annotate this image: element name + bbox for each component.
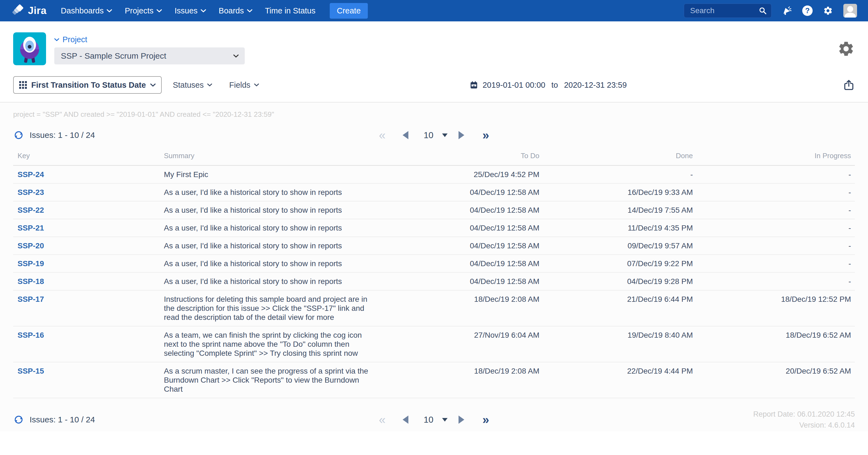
project-avatar: [13, 32, 46, 65]
report-content: project = "SSP" AND created >= "2019-01-…: [0, 102, 868, 431]
issue-key-cell: SSP-16: [13, 331, 164, 358]
issue-key-cell: SSP-18: [13, 277, 164, 286]
done-date: 04/Dec/19 9:28 PM: [539, 277, 693, 286]
issue-summary: As a user, I'd like a historical story t…: [164, 277, 383, 286]
grid-icon: [19, 81, 27, 89]
issue-key-link[interactable]: SSP-18: [18, 277, 44, 285]
table-row: SSP-15As a scrum master, I can see the p…: [13, 362, 855, 398]
inprogress-date: 18/Dec/19 12:52 PM: [693, 295, 855, 322]
jql-query-text: project = "SSP" AND created >= "2019-01-…: [0, 102, 868, 119]
user-avatar[interactable]: [843, 4, 857, 18]
issue-key-link[interactable]: SSP-19: [18, 259, 44, 268]
issue-key-cell: SSP-23: [13, 188, 164, 197]
issue-key-link[interactable]: SSP-15: [18, 367, 44, 375]
report-type-dropdown[interactable]: First Transition To Status Date: [13, 76, 162, 94]
page-size-value[interactable]: 10: [424, 130, 434, 140]
todo-date: 04/Dec/19 12:58 AM: [383, 241, 539, 250]
column-header-todo[interactable]: To Do: [383, 152, 539, 160]
create-button[interactable]: Create: [330, 3, 368, 19]
jira-logo[interactable]: Jira: [12, 4, 46, 17]
issue-key-link[interactable]: SSP-21: [18, 224, 44, 232]
pagination-next-button[interactable]: [459, 416, 464, 424]
date-from: 2019-01-01 00:00: [483, 81, 546, 90]
column-header-inprogress[interactable]: In Progress: [693, 152, 855, 160]
nav-item-projects[interactable]: Projects: [125, 6, 162, 16]
settings-gear-icon[interactable]: [823, 6, 833, 16]
issue-key-link[interactable]: SSP-17: [18, 295, 44, 303]
todo-date: 18/Dec/19 2:08 AM: [383, 295, 539, 322]
issue-key-cell: SSP-21: [13, 223, 164, 233]
list-bar-bottom: Issues: 1 - 10 / 24 « 10 » Report Date: …: [0, 409, 868, 431]
column-header-key[interactable]: Key: [13, 152, 164, 160]
issue-key-cell: SSP-15: [13, 366, 164, 394]
table-row: SSP-17Instructions for deleting this sam…: [13, 291, 855, 327]
done-date: 14/Dec/19 7:55 AM: [539, 206, 693, 215]
project-select-value: SSP - Sample Scrum Project: [61, 51, 166, 61]
issue-summary: Instructions for deleting this sample bo…: [164, 295, 383, 322]
chevron-down-icon: [247, 9, 252, 12]
done-date: 19/Dec/19 8:40 AM: [539, 331, 693, 358]
table-row: SSP-24My First Epic25/Dec/19 4:52 PM--: [13, 166, 855, 184]
nav-item-time-in-status[interactable]: Time in Status: [265, 6, 315, 16]
project-section-toggle[interactable]: Project: [54, 35, 245, 44]
inprogress-date: -: [693, 259, 855, 268]
issues-counter: Issues: 1 - 10 / 24: [30, 415, 95, 424]
chevron-down-icon: [54, 38, 59, 41]
project-select[interactable]: SSP - Sample Scrum Project: [54, 48, 245, 64]
issue-key-cell: SSP-20: [13, 241, 164, 250]
issue-key-link[interactable]: SSP-24: [18, 170, 44, 179]
chevron-down-icon: [200, 9, 206, 12]
search-box[interactable]: [684, 4, 772, 18]
nav-item-boards[interactable]: Boards: [219, 6, 252, 16]
pagination-last-button[interactable]: »: [483, 414, 489, 426]
refresh-icon[interactable]: [13, 130, 24, 141]
statuses-dropdown[interactable]: Statuses: [173, 81, 212, 90]
pagination-last-button[interactable]: »: [483, 129, 489, 141]
inprogress-date: -: [693, 277, 855, 286]
todo-date: 25/Dec/19 4:52 PM: [383, 170, 539, 179]
inprogress-date: -: [693, 223, 855, 233]
issue-summary: My First Epic: [164, 170, 383, 179]
pagination-next-button[interactable]: [459, 131, 464, 139]
issue-key-cell: SSP-17: [13, 295, 164, 322]
todo-date: 04/Dec/19 12:58 AM: [383, 206, 539, 215]
report-settings-gear-icon[interactable]: [837, 40, 855, 58]
refresh-icon[interactable]: [13, 414, 24, 425]
export-icon[interactable]: [843, 79, 855, 91]
page-size-dropdown-icon[interactable]: [442, 133, 447, 137]
issue-key-cell: SSP-22: [13, 206, 164, 215]
issue-key-link[interactable]: SSP-20: [18, 241, 44, 250]
date-to: 2020-12-31 23:59: [564, 81, 627, 90]
issue-key-link[interactable]: SSP-22: [18, 206, 44, 214]
brand-name: Jira: [28, 5, 46, 17]
page-size-value[interactable]: 10: [424, 415, 434, 425]
issue-key-link[interactable]: SSP-16: [18, 331, 44, 339]
todo-date: 04/Dec/19 12:58 AM: [383, 277, 539, 286]
done-date: 11/Dec/19 4:35 PM: [539, 223, 693, 233]
pagination-first-button[interactable]: «: [379, 129, 385, 141]
issue-summary: As a user, I'd like a historical story t…: [164, 259, 383, 268]
table-row: SSP-19As a user, I'd like a historical s…: [13, 255, 855, 273]
help-icon[interactable]: ?: [802, 5, 813, 16]
date-separator: to: [550, 81, 560, 90]
pagination-prev-button[interactable]: [403, 131, 408, 139]
inprogress-date: 18/Dec/19 6:52 AM: [693, 331, 855, 358]
table-header: Key Summary To Do Done In Progress: [13, 152, 855, 166]
issues-table: Key Summary To Do Done In Progress SSP-2…: [13, 152, 855, 398]
page-size-dropdown-icon[interactable]: [442, 418, 447, 422]
search-icon[interactable]: [758, 7, 767, 15]
chevron-down-icon: [156, 9, 162, 12]
announcement-icon[interactable]: [782, 6, 792, 16]
report-type-label: First Transition To Status Date: [31, 81, 146, 90]
nav-item-issues[interactable]: Issues: [175, 6, 206, 16]
pagination-prev-button[interactable]: [403, 416, 408, 424]
fields-dropdown[interactable]: Fields: [229, 81, 259, 90]
search-input[interactable]: [689, 6, 758, 16]
nav-item-dashboards[interactable]: Dashboards: [61, 6, 112, 16]
column-header-done[interactable]: Done: [539, 152, 693, 160]
issue-summary: As a user, I'd like a historical story t…: [164, 223, 383, 233]
column-header-summary[interactable]: Summary: [164, 152, 383, 160]
date-range-picker[interactable]: 2019-01-01 00:00 to 2020-12-31 23:59: [469, 81, 627, 90]
pagination-first-button[interactable]: «: [379, 414, 385, 426]
issue-key-link[interactable]: SSP-23: [18, 188, 44, 196]
